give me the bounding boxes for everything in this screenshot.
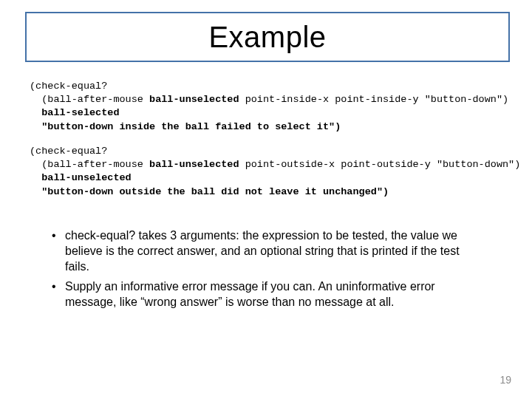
page-number: 19 — [499, 374, 511, 386]
bullet-item: check-equal? takes 3 arguments: the expr… — [65, 228, 485, 274]
code-bold: ball-unselected — [30, 172, 132, 183]
code-line-frag: point-outside-x point-outside-y "button-… — [239, 159, 521, 170]
bullet-list: check-equal? takes 3 arguments: the expr… — [49, 228, 485, 315]
title-box: Example — [25, 12, 510, 62]
code-bold: ball-unselected — [149, 159, 239, 170]
code-block-2: (check-equal? (ball-after-mouse ball-uns… — [30, 145, 520, 199]
code-line-frag: (ball-after-mouse — [30, 159, 149, 170]
slide: Example (check-equal? (ball-after-mouse … — [0, 0, 532, 399]
code-bold: ball-selected — [30, 107, 120, 118]
code-bold: "button-down outside the ball did not le… — [30, 186, 389, 197]
code-block-1: (check-equal? (ball-after-mouse ball-uns… — [30, 80, 508, 134]
code-line: (check-equal? — [30, 146, 107, 157]
code-line-frag: point-inside-x point-inside-y "button-do… — [239, 94, 509, 105]
bullet-item: Supply an informative error message if y… — [65, 279, 485, 310]
slide-title: Example — [208, 21, 326, 54]
code-bold: ball-unselected — [149, 94, 239, 105]
code-line: (check-equal? — [30, 81, 107, 92]
code-bold: "button-down inside the ball failed to s… — [30, 121, 341, 132]
code-line-frag: (ball-after-mouse — [30, 94, 149, 105]
